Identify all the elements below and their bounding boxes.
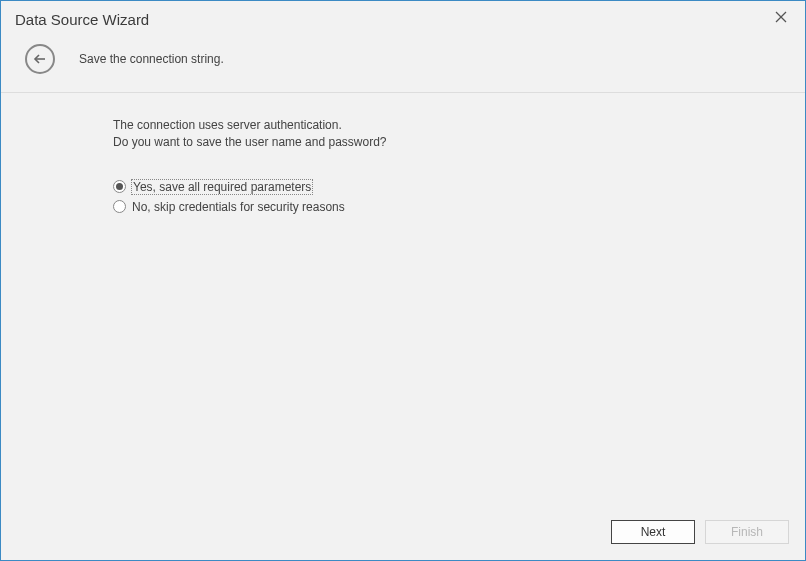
window-title: Data Source Wizard — [15, 11, 149, 28]
footer: Next Finish — [1, 508, 805, 560]
arrow-left-icon — [32, 51, 48, 67]
close-icon — [775, 11, 787, 23]
description-line-1: The connection uses server authenticatio… — [113, 117, 791, 134]
back-button[interactable] — [25, 44, 55, 74]
close-button[interactable] — [775, 11, 791, 27]
step-subtitle: Save the connection string. — [79, 52, 224, 66]
radio-icon — [113, 200, 126, 213]
options-group: Yes, save all required parameters No, sk… — [113, 180, 791, 214]
header-row: Save the connection string. — [1, 32, 805, 93]
finish-button: Finish — [705, 520, 789, 544]
option-no-label: No, skip credentials for security reason… — [132, 200, 345, 214]
wizard-window: Data Source Wizard Save the connection s… — [0, 0, 806, 561]
content-area: The connection uses server authenticatio… — [1, 93, 805, 508]
next-button[interactable]: Next — [611, 520, 695, 544]
option-yes-label: Yes, save all required parameters — [132, 180, 312, 194]
titlebar: Data Source Wizard — [1, 1, 805, 32]
description-line-2: Do you want to save the user name and pa… — [113, 134, 791, 151]
radio-icon — [113, 180, 126, 193]
option-no[interactable]: No, skip credentials for security reason… — [113, 200, 791, 214]
option-yes[interactable]: Yes, save all required parameters — [113, 180, 791, 194]
